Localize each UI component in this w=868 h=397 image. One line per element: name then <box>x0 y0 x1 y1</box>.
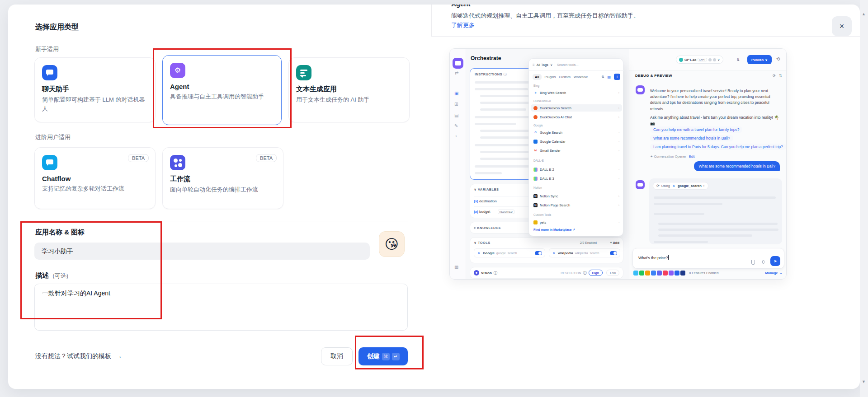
create-button[interactable]: 创建 ⌘ ↵ <box>359 347 408 365</box>
card-title: Agent <box>170 83 274 90</box>
description-value: 一款针对学习的AI Agent <box>42 290 110 297</box>
tab-workflow[interactable]: Workflow <box>574 75 588 79</box>
scroll-up-icon[interactable]: ▲ <box>862 12 866 16</box>
tool-item[interactable]: M Gmail Sender › <box>531 147 622 154</box>
pets-icon <box>533 220 538 224</box>
chevron-right-icon: › <box>618 131 619 134</box>
tool-item[interactable]: b Bing Web Search › <box>531 89 622 96</box>
tool-item[interactable]: Google Calendar › <box>531 138 622 145</box>
chat-input[interactable]: What's the price? ➤ <box>632 248 784 269</box>
chevron-right-icon: › <box>618 195 619 198</box>
chevron-right-icon: › <box>703 184 705 188</box>
feature-icon <box>645 271 650 276</box>
card-desc: 面向单轮自动化任务的编排工作流 <box>170 185 276 194</box>
attachment-icon[interactable] <box>751 260 755 265</box>
tool-item[interactable]: DALL E 3 › <box>531 175 622 182</box>
tool-toggle-google[interactable]: G Google google_search <box>474 248 545 257</box>
card-title: 工作流 <box>170 175 276 183</box>
card-desc: 简单配置即可构建基于 LLM 的对话机器人 <box>42 95 148 113</box>
preview-app-avatar <box>453 58 463 69</box>
close-button[interactable]: × <box>832 16 852 36</box>
divider <box>35 221 408 221</box>
toggle-on[interactable] <box>610 251 617 255</box>
app-type-card-agent[interactable]: ⚙ Agent 具备推理与自主工具调用的智能助手 <box>162 55 282 125</box>
app-emoji-picker-button[interactable]: 😘 <box>379 231 405 257</box>
description-textarea[interactable]: 一款针对学习的AI Agent <box>34 284 408 331</box>
text-cursor <box>668 255 669 260</box>
app-name-input[interactable]: 学习小助手 <box>34 243 370 260</box>
history-icon[interactable]: ⟲ <box>776 56 780 61</box>
section-beginner-label: 新手适用 <box>35 45 59 53</box>
logs-icon: ▤ <box>454 113 458 118</box>
tool-filter-row: ≡ All Tags ∨ Search tools... <box>533 62 579 67</box>
feature-icon <box>633 271 638 276</box>
page-scrollbar[interactable]: ▲ ▼ <box>860 0 868 397</box>
tool-item[interactable]: N Notion Page Search › <box>531 201 622 209</box>
bot-welcome-message: Welcome to your personalized travel serv… <box>650 88 782 112</box>
tool-item[interactable]: DALL E 2 › <box>531 166 622 173</box>
orchestrate-icon: ▣ <box>454 91 458 96</box>
toggle-on[interactable] <box>535 251 542 255</box>
features-enabled-text: 8 Features Enabled <box>689 271 718 275</box>
sort-icon[interactable]: ⇅ <box>601 75 604 79</box>
tool-item[interactable]: DuckDuckGo Search › <box>531 104 622 112</box>
template-hint-link[interactable]: 没有想法？试试我们的模板 → <box>35 352 122 360</box>
scroll-down-icon[interactable]: ▼ <box>862 379 866 384</box>
variables-label: ∨ VARIABLES <box>474 187 499 191</box>
preview-topbar: GPT-4o CHAT ∨ ⇅ Publish ∨ ⟲ <box>629 49 787 70</box>
app-type-card-workflow[interactable]: BETA 工作流 面向单轮自动化任务的编排工作流 <box>162 147 283 209</box>
sliders-icon[interactable]: ⇅ <box>736 58 740 62</box>
tool-toggle-wikipedia[interactable]: G wikipedia wikipedia_search <box>549 248 620 257</box>
card-desc: 支持记忆的复杂多轮对话工作流 <box>42 184 148 193</box>
grid-icon[interactable]: ▤ <box>607 75 611 79</box>
group-label: DALL·E <box>533 159 544 162</box>
text-cursor <box>111 290 112 296</box>
app-name-label: 应用名称 & 图标 <box>35 228 85 237</box>
add-tool-button[interactable]: + Add <box>610 241 619 245</box>
duckduckgo-icon <box>533 115 538 119</box>
tab-custom[interactable]: Custom <box>559 75 571 79</box>
tool-item[interactable]: G Google Search › <box>531 129 622 136</box>
app-type-card-text-generation[interactable]: 文本生成应用 用于文本生成任务的 AI 助手 <box>288 57 410 122</box>
tool-item[interactable]: DuckDuckGo AI Chat › <box>531 113 622 121</box>
resolution-high-button[interactable]: High <box>589 270 603 276</box>
tool-use-chip[interactable]: ⟳ Using G google_search › <box>653 182 708 190</box>
duckduckgo-icon <box>533 106 538 110</box>
learn-more-link[interactable]: 了解更多 <box>451 21 475 29</box>
tab-plugins[interactable]: Plugins <box>545 75 556 79</box>
suggested-question[interactable]: What are some recommended hotels in Bali… <box>650 135 733 141</box>
refresh-icon: ⟳ <box>656 184 660 188</box>
tool-item[interactable]: pets › <box>531 220 622 225</box>
tool-tabs-row: All Plugins Custom Workflow ⇅ ▤ + <box>533 74 620 80</box>
suggested-question[interactable]: I am planning travel to Paris for 5 days… <box>650 144 786 150</box>
opener-edit-link[interactable]: Edit <box>689 154 695 159</box>
create-label: 创建 <box>367 352 380 360</box>
search-tools-input[interactable]: Search tools... <box>557 63 579 67</box>
bot-avatar <box>636 85 645 94</box>
resolution-low-button[interactable]: Low <box>606 270 619 276</box>
manage-features-link[interactable]: Manage <box>765 271 778 275</box>
cancel-button[interactable]: 取消 <box>321 347 353 365</box>
suggested-question[interactable]: Can you help me with a travel plan for f… <box>650 126 742 133</box>
agent-title-clipped: Agent <box>451 5 542 9</box>
find-more-marketplace-link[interactable]: Find more in Marketplace ↗ <box>533 227 619 232</box>
model-selector[interactable]: GPT-4o CHAT ∨ <box>676 56 723 64</box>
refresh-icon[interactable]: ⟳ <box>773 74 776 78</box>
microphone-icon[interactable] <box>762 260 764 264</box>
dalle-icon <box>533 168 538 172</box>
add-tool-plus-button[interactable]: + <box>614 74 620 80</box>
all-tags-filter[interactable]: All Tags <box>537 63 548 67</box>
publish-button[interactable]: Publish ∨ <box>747 55 772 64</box>
settings-sliders-icon[interactable]: ⇅ <box>779 74 782 78</box>
send-button[interactable]: ➤ <box>770 256 780 266</box>
app-type-card-chat-assistant[interactable]: 聊天助手 简单配置即可构建基于 LLM 的对话机器人 <box>34 57 156 122</box>
tool-item[interactable]: N Notion Sync › <box>531 192 622 200</box>
resolution-label: RESOLUTION <box>561 271 581 275</box>
agent-title: Agent <box>451 5 542 8</box>
app-type-card-chatflow[interactable]: BETA Chatflow 支持记忆的复杂多轮对话工作流 <box>34 147 156 209</box>
cmd-key-icon: ⌘ <box>382 353 390 360</box>
gmail-icon: M <box>533 149 538 153</box>
google-calendar-icon <box>533 140 538 144</box>
tab-all[interactable]: All <box>533 74 542 80</box>
agent-description: 能够迭代式的规划推理、自主工具调用，直至完成任务目标的智能助手。 <box>451 12 777 20</box>
